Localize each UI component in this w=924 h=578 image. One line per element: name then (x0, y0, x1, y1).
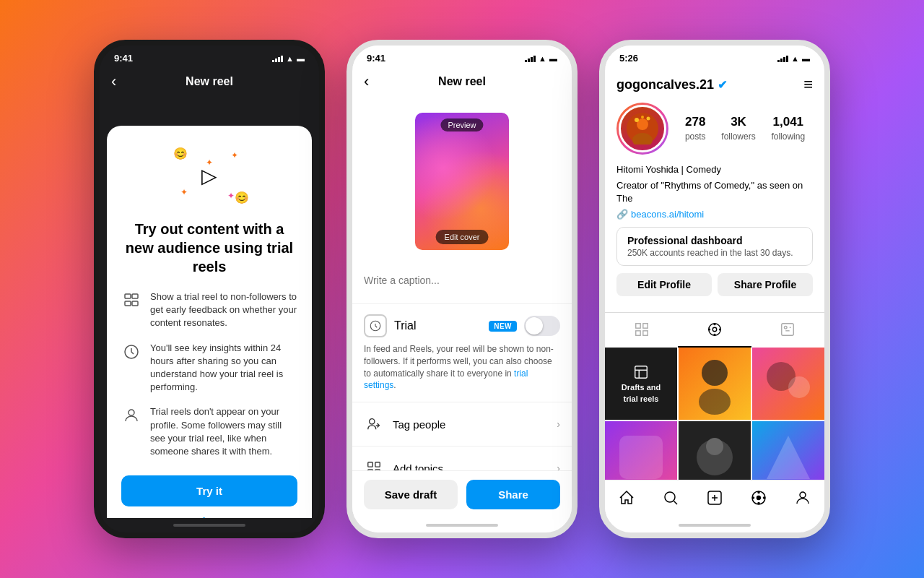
trial-icon (364, 314, 387, 337)
share-button[interactable]: Share (466, 480, 560, 509)
photo-cell-6[interactable] (752, 421, 824, 480)
nav-home[interactable] (611, 486, 642, 509)
svg-point-57 (758, 503, 759, 504)
signal-icon-1 (272, 55, 283, 62)
modal-icon-area: ▷ 😊 😊 ✦ ✦ ✦ ✦ (121, 143, 297, 208)
bottom-buttons-2: Save draft Share (352, 470, 572, 518)
feature-item-3: Trial reels don't appear on your profile… (121, 405, 297, 458)
stat-posts: 278 posts (685, 115, 706, 142)
time-3: 5:26 (619, 53, 638, 64)
wifi-icon-2: ▲ (539, 54, 546, 63)
svg-point-55 (757, 496, 760, 500)
bio-link[interactable]: 🔗 beacons.ai/hitomi (616, 209, 813, 220)
battery-icon-1: ▬ (297, 54, 305, 63)
profile-tabs (605, 312, 824, 348)
trial-toggle[interactable] (524, 316, 560, 336)
nav-title-2: New reel (385, 75, 539, 88)
svg-point-60 (800, 492, 806, 498)
svg-point-56 (758, 492, 759, 493)
stat-followers[interactable]: 3K followers (721, 115, 755, 142)
tag-people-icon (364, 414, 384, 434)
tab-reels[interactable] (678, 313, 751, 348)
trial-modal-card: ▷ 😊 😊 ✦ ✦ ✦ ✦ Try out content with a new… (107, 126, 312, 518)
nav-create[interactable] (699, 486, 731, 509)
status-icons-2: ▲ ▬ (525, 54, 557, 63)
professional-dashboard[interactable]: Professional dashboard 250K accounts rea… (616, 227, 813, 266)
profile-header: gogoncalves.21 ✔ ≡ (605, 66, 824, 312)
photo-cell-drafts[interactable]: Drafts and trial reels (605, 348, 677, 420)
status-icons-3: ▲ ▬ (777, 54, 810, 63)
profile-action-buttons: Edit Profile Share Profile (616, 273, 813, 296)
feature-icon-2 (121, 342, 141, 362)
preview-container: Preview Edit cover (352, 97, 572, 257)
try-it-button[interactable]: Try it (121, 475, 297, 506)
svg-rect-24 (642, 330, 647, 335)
profile-info-row: 278 posts 3K followers 1,041 following (616, 103, 813, 155)
caption-input[interactable] (364, 266, 560, 295)
photo-cell-2[interactable]: ▷ 24.1K (679, 348, 751, 420)
battery-icon-2: ▬ (549, 54, 557, 63)
svg-point-32 (785, 326, 788, 329)
reel-preview-thumbnail[interactable]: Preview Edit cover (415, 113, 509, 250)
trial-description: In feed and Reels, your reel will be sho… (364, 343, 560, 392)
tab-tagged[interactable] (751, 313, 824, 348)
close-button[interactable]: Close (121, 515, 297, 518)
tag-people-row[interactable]: Tag people › (352, 402, 572, 447)
trial-reels-label: trial reels (624, 394, 659, 403)
svg-rect-21 (635, 323, 640, 327)
nav-profile[interactable] (787, 486, 819, 509)
svg-rect-43 (619, 436, 663, 479)
feature-text-1: Show a trial reel to non-followers to ge… (150, 290, 297, 330)
back-button-2[interactable]: ‹ (364, 72, 385, 91)
verified-badge: ✔ (718, 78, 727, 92)
menu-button[interactable]: ≡ (803, 75, 813, 94)
profile-scroll: gogoncalves.21 ✔ ≡ (605, 66, 824, 480)
feature-item-2: You'll see key insights within 24 hours … (121, 342, 297, 394)
new-badge: NEW (489, 321, 517, 332)
edit-cover-button[interactable]: Edit cover (436, 230, 489, 244)
svg-rect-1 (132, 294, 138, 298)
pd-subtitle: 250K accounts reached in the last 30 day… (627, 248, 802, 258)
add-topics-label: Add topics (393, 462, 548, 470)
home-indicator-bar-1 (173, 524, 245, 527)
save-draft-button[interactable]: Save draft (364, 480, 458, 509)
trial-settings-link[interactable]: trial settings (364, 368, 528, 391)
trial-header: Trial NEW (364, 314, 560, 337)
share-profile-button[interactable]: Share Profile (718, 273, 813, 296)
posts-count: 278 (685, 115, 706, 129)
back-button-1[interactable]: ‹ (111, 72, 133, 91)
svg-rect-0 (125, 294, 131, 298)
svg-point-28 (714, 334, 715, 335)
photo-cell-5[interactable] (679, 421, 751, 480)
edit-profile-button[interactable]: Edit Profile (616, 273, 712, 296)
avatar-inner (619, 105, 666, 152)
profile-top: gogoncalves.21 ✔ ≡ (616, 75, 813, 94)
stat-following[interactable]: 1,041 following (771, 115, 805, 142)
svg-point-7 (370, 419, 375, 424)
svg-rect-3 (132, 301, 138, 306)
nav-reels[interactable] (743, 486, 775, 509)
battery-icon-3: ▬ (802, 54, 810, 63)
svg-point-59 (763, 497, 764, 499)
time-2: 9:41 (367, 53, 385, 64)
tab-grid[interactable] (605, 313, 678, 348)
posts-label: posts (685, 131, 706, 142)
svg-line-50 (674, 501, 678, 505)
add-topics-row[interactable]: Add topics › (352, 447, 572, 470)
svg-point-20 (641, 116, 644, 118)
nav-search[interactable] (655, 486, 687, 509)
phone1-content: ▷ 😊 😊 ✦ ✦ ✦ ✦ Try out content with a new… (100, 97, 319, 518)
status-icons-1: ▲ ▬ (272, 54, 305, 63)
svg-point-18 (635, 118, 639, 122)
svg-point-30 (719, 329, 720, 330)
svg-point-58 (752, 497, 754, 499)
caption-area (352, 257, 572, 304)
photo-cell-3[interactable]: ▷ 1K (752, 348, 824, 420)
stats-row: 278 posts 3K followers 1,041 following (677, 115, 813, 142)
photo-cell-4[interactable] (605, 421, 677, 480)
feature-icon-1 (121, 290, 141, 311)
home-indicator-bar-3 (679, 524, 751, 527)
svg-point-38 (699, 389, 731, 415)
tag-people-chevron: › (557, 418, 560, 430)
feature-item-1: Show a trial reel to non-followers to ge… (121, 290, 297, 330)
